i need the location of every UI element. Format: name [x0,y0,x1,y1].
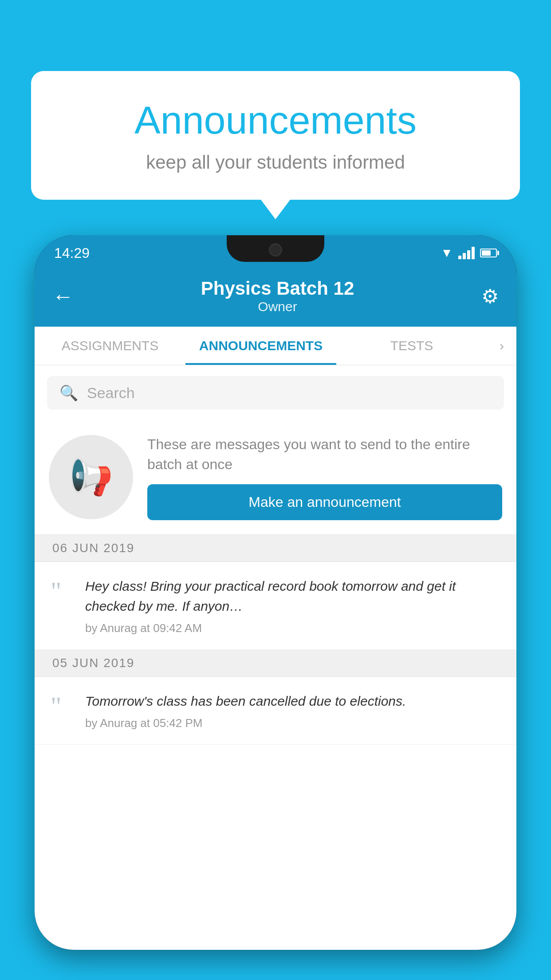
promo-description: These are messages you want to send to t… [147,435,502,474]
wifi-icon [441,246,453,260]
search-placeholder: Search [87,384,135,402]
speech-bubble-container: Announcements keep all your students inf… [31,71,520,200]
status-icons [441,246,497,260]
quote-icon-1: " [51,578,73,605]
phone-notch [227,235,324,262]
status-time: 14:29 [54,245,90,261]
date-label-1: 06 JUN 2019 [52,541,134,555]
date-label-2: 05 JUN 2019 [52,656,134,670]
back-button[interactable]: ← [52,284,74,308]
announcement-item-2[interactable]: " Tomorrow's class has been cancelled du… [35,677,516,745]
date-divider-1: 06 JUN 2019 [35,535,516,562]
promo-right: These are messages you want to send to t… [147,435,502,520]
promo-section: 📢 These are messages you want to send to… [35,420,516,535]
announcement-meta-1: by Anurag at 09:42 AM [85,621,500,635]
announcement-content-1: Hey class! Bring your practical record b… [85,576,500,635]
announcement-meta-2: by Anurag at 05:42 PM [85,716,500,730]
search-icon: 🔍 [59,384,78,402]
tab-announcements[interactable]: ANNOUNCEMENTS [185,327,336,365]
quote-icon-2: " [51,693,73,719]
phone-wrapper: 14:29 ← Physics Batch 12 Owner [35,235,516,980]
tab-more[interactable]: › [487,327,516,365]
megaphone-icon: 📢 [69,456,113,498]
promo-icon-circle: 📢 [49,435,133,519]
search-bar[interactable]: 🔍 Search [47,376,504,410]
tabs-bar: ASSIGNMENTS ANNOUNCEMENTS TESTS › [35,327,516,365]
front-camera [269,243,282,257]
battery-fill [482,250,491,256]
announcement-item-1[interactable]: " Hey class! Bring your practical record… [35,562,516,650]
announcement-text-2: Tomorrow's class has been cancelled due … [85,691,500,711]
batch-name: Physics Batch 12 [201,278,354,299]
speech-bubble: Announcements keep all your students inf… [31,71,520,200]
tab-tests[interactable]: TESTS [336,327,487,365]
phone-frame: 14:29 ← Physics Batch 12 Owner [35,235,516,950]
announcement-content-2: Tomorrow's class has been cancelled due … [85,691,500,730]
bubble-title: Announcements [62,98,489,143]
app-header: ← Physics Batch 12 Owner ⚙ [35,267,516,327]
date-divider-2: 05 JUN 2019 [35,650,516,677]
owner-label: Owner [201,299,354,314]
make-announcement-button[interactable]: Make an announcement [147,484,502,520]
battery-icon [480,249,497,257]
screen-content: 🔍 Search 📢 These are messages you want t… [35,365,516,950]
settings-icon[interactable]: ⚙ [481,285,499,308]
announcement-text-1: Hey class! Bring your practical record b… [85,576,500,616]
signal-icon [458,247,475,259]
content-area: 🔍 Search 📢 These are messages you want t… [35,365,516,745]
tab-assignments[interactable]: ASSIGNMENTS [35,327,185,365]
header-title-block: Physics Batch 12 Owner [201,278,354,314]
bubble-subtitle: keep all your students informed [62,152,489,173]
